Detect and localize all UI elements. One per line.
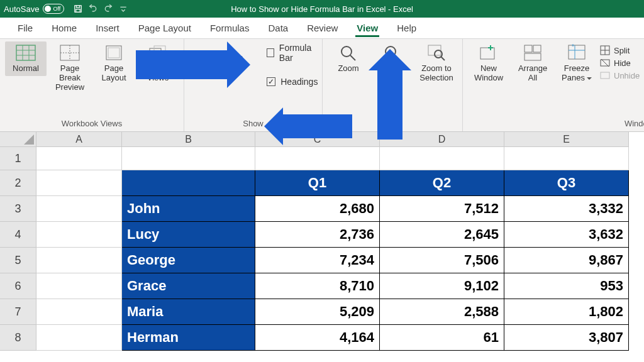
undo-icon[interactable]: [86, 1, 101, 16]
cell-e5[interactable]: 9,867: [504, 248, 629, 273]
cell-e7[interactable]: 1,802: [504, 299, 629, 325]
zoom-to-selection-button[interactable]: Zoom to Selection: [416, 41, 457, 85]
tab-insert[interactable]: Insert: [94, 19, 121, 37]
group-label-window: Window: [468, 117, 644, 131]
cell-c6[interactable]: 8,710: [255, 273, 380, 299]
cell-b2[interactable]: [122, 170, 255, 196]
cell-d1[interactable]: [380, 147, 504, 170]
autosave-control[interactable]: AutoSave Off: [4, 4, 64, 14]
svg-rect-26: [525, 45, 532, 52]
cell-d6[interactable]: 9,102: [380, 273, 504, 299]
cell-d7[interactable]: 2,588: [380, 299, 504, 325]
cell-b3[interactable]: John: [122, 196, 255, 222]
arrange-all-button[interactable]: Arrange All: [512, 41, 553, 85]
zoom-button[interactable]: Zoom: [328, 41, 369, 76]
cell-d4[interactable]: 2,645: [380, 222, 504, 248]
row-header-4[interactable]: 4: [0, 222, 36, 248]
col-header-a[interactable]: A: [36, 132, 122, 147]
cell-b8[interactable]: Herman: [122, 325, 255, 351]
cell-e1[interactable]: [504, 147, 629, 170]
page-layout-label: Page Layout: [94, 64, 133, 83]
annotation-arrow-up: [377, 70, 402, 140]
new-window-icon: [478, 44, 499, 62]
formula-bar-checkbox[interactable]: Formula Bar: [267, 43, 318, 63]
cell-d2[interactable]: Q2: [380, 170, 504, 196]
row-header-8[interactable]: 8: [0, 325, 36, 351]
arrange-all-icon: [522, 44, 543, 62]
cell-e3[interactable]: 3,332: [504, 196, 629, 222]
cell-a4[interactable]: [36, 222, 122, 248]
cell-a3[interactable]: [36, 196, 122, 222]
zoom-selection-icon: [426, 44, 447, 62]
page-layout-icon: [103, 44, 125, 62]
redo-icon[interactable]: [101, 1, 116, 16]
zoom-icon: [338, 44, 359, 62]
svg-rect-27: [533, 45, 541, 52]
headings-checkbox[interactable]: ✓ Headings: [267, 77, 318, 87]
tab-file[interactable]: File: [16, 19, 34, 37]
cell-c5[interactable]: 7,234: [255, 248, 380, 273]
row-header-3[interactable]: 3: [0, 196, 36, 222]
cell-c1[interactable]: [255, 147, 380, 170]
cell-a8[interactable]: [36, 325, 122, 351]
tab-review[interactable]: Review: [306, 19, 339, 37]
row-header-7[interactable]: 7: [0, 299, 36, 325]
svg-line-22: [441, 57, 445, 60]
qat-customize-icon[interactable]: [116, 1, 131, 16]
cell-d3[interactable]: 7,512: [380, 196, 504, 222]
col-header-b[interactable]: B: [122, 132, 255, 147]
cell-e2[interactable]: Q3: [504, 170, 629, 196]
page-break-preview-button[interactable]: Page Break Preview: [49, 41, 91, 95]
autosave-state: Off: [53, 6, 61, 12]
svg-rect-28: [525, 53, 541, 60]
row-header-2[interactable]: 2: [0, 170, 36, 196]
new-window-button[interactable]: New Window: [468, 41, 509, 85]
page-layout-button[interactable]: Page Layout: [93, 41, 135, 85]
cell-a1[interactable]: [36, 147, 122, 170]
tab-page-layout[interactable]: Page Layout: [137, 19, 192, 37]
cell-b7[interactable]: Maria: [122, 299, 255, 325]
split-button[interactable]: Split: [600, 45, 640, 55]
normal-view-button[interactable]: Normal: [5, 41, 47, 76]
cell-e6[interactable]: 953: [504, 273, 629, 299]
group-window: New Window Arrange All * Freeze Panes Sp…: [463, 39, 644, 131]
cell-c8[interactable]: 4,164: [255, 325, 380, 351]
col-header-e[interactable]: E: [504, 132, 629, 147]
cell-e8[interactable]: 3,807: [504, 325, 629, 351]
tab-formulas[interactable]: Formulas: [209, 19, 251, 37]
save-icon[interactable]: [70, 1, 86, 16]
row-header-5[interactable]: 5: [0, 248, 36, 273]
annotation-arrow-left: [283, 114, 352, 138]
tab-help[interactable]: Help: [396, 19, 418, 37]
page-break-icon: [59, 44, 80, 62]
tab-home[interactable]: Home: [50, 19, 78, 37]
cell-c2[interactable]: Q1: [255, 170, 380, 196]
svg-rect-12: [108, 48, 119, 58]
row-header-1[interactable]: 1: [0, 147, 36, 170]
cells[interactable]: Q1 Q2 Q3 John 2,680 7,512 3,332 Lucy 2,7…: [36, 147, 629, 351]
row-header-6[interactable]: 6: [0, 273, 36, 299]
cell-b4[interactable]: Lucy: [122, 222, 255, 248]
svg-point-15: [341, 47, 352, 57]
tab-view[interactable]: View: [355, 19, 379, 37]
autosave-toggle[interactable]: Off: [43, 4, 64, 14]
freeze-panes-icon: *: [566, 44, 587, 62]
cell-b6[interactable]: Grace: [122, 273, 255, 299]
cell-a2[interactable]: [36, 170, 122, 196]
cell-c3[interactable]: 2,680: [255, 196, 380, 222]
select-all-corner[interactable]: [0, 132, 36, 147]
cell-b1[interactable]: [122, 147, 255, 170]
cell-d5[interactable]: 7,506: [380, 248, 504, 273]
cell-c7[interactable]: 5,209: [255, 299, 380, 325]
cell-b5[interactable]: George: [122, 248, 255, 273]
hide-button[interactable]: Hide: [600, 58, 640, 68]
cell-c4[interactable]: 2,736: [255, 222, 380, 248]
freeze-panes-button[interactable]: * Freeze Panes: [556, 41, 597, 85]
tab-data[interactable]: Data: [267, 19, 289, 37]
cell-a5[interactable]: [36, 248, 122, 273]
headings-label: Headings: [280, 77, 318, 87]
cell-e4[interactable]: 3,632: [504, 222, 629, 248]
cell-a6[interactable]: [36, 273, 122, 299]
cell-a7[interactable]: [36, 299, 122, 325]
cell-d8[interactable]: 61: [380, 325, 504, 351]
